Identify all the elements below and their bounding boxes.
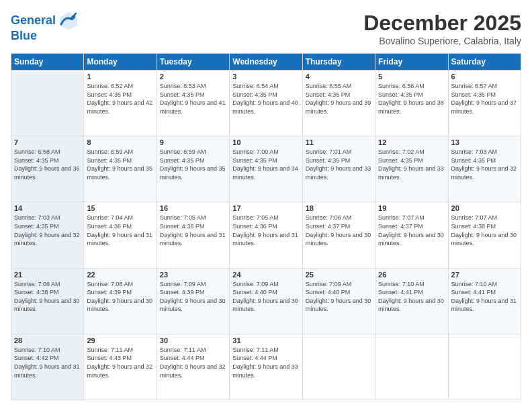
day-info: Sunrise: 6:54 AMSunset: 4:35 PMDaylight:… [232, 82, 299, 116]
location: Bovalino Superiore, Calabria, Italy [363, 36, 521, 46]
day-info: Sunrise: 7:00 AMSunset: 4:35 PMDaylight:… [232, 148, 299, 181]
day-number: 17 [232, 204, 299, 212]
day-info: Sunrise: 7:09 AMSunset: 4:39 PMDaylight:… [160, 280, 226, 314]
title-section: December 2025 Bovalino Superiore, Calabr… [363, 11, 521, 46]
day-number: 28 [14, 336, 81, 345]
day-number: 30 [160, 336, 226, 345]
calendar-cell: 7Sunrise: 6:58 AMSunset: 4:35 PMDaylight… [11, 136, 84, 202]
day-number: 15 [87, 204, 153, 212]
calendar-cell [375, 334, 448, 400]
day-number: 16 [160, 204, 226, 212]
day-number: 7 [14, 138, 81, 146]
day-number: 5 [378, 73, 445, 81]
day-info: Sunrise: 7:10 AMSunset: 4:42 PMDaylight:… [14, 346, 81, 379]
calendar-cell: 15Sunrise: 7:04 AMSunset: 4:36 PMDayligh… [84, 202, 157, 268]
logo-general: General [11, 13, 56, 27]
calendar-cell: 30Sunrise: 7:11 AMSunset: 4:44 PMDayligh… [157, 334, 229, 400]
day-number: 6 [451, 73, 518, 81]
day-info: Sunrise: 7:01 AMSunset: 4:35 PMDaylight:… [306, 148, 372, 181]
col-header-wednesday: Wednesday [230, 54, 302, 71]
calendar-cell: 23Sunrise: 7:09 AMSunset: 4:39 PMDayligh… [157, 268, 229, 334]
day-number: 1 [87, 73, 153, 81]
calendar-cell: 21Sunrise: 7:08 AMSunset: 4:38 PMDayligh… [11, 268, 84, 334]
day-number: 20 [451, 204, 518, 212]
calendar-cell: 27Sunrise: 7:10 AMSunset: 4:41 PMDayligh… [448, 268, 521, 334]
day-number: 11 [306, 138, 372, 146]
col-header-friday: Friday [375, 54, 448, 71]
day-info: Sunrise: 6:55 AMSunset: 4:35 PMDaylight:… [306, 82, 372, 116]
day-info: Sunrise: 7:05 AMSunset: 4:36 PMDaylight:… [160, 214, 226, 247]
day-info: Sunrise: 7:03 AMSunset: 4:35 PMDaylight:… [14, 214, 81, 247]
col-header-saturday: Saturday [448, 54, 521, 71]
day-info: Sunrise: 7:11 AMSunset: 4:44 PMDaylight:… [232, 346, 299, 379]
day-number: 29 [87, 336, 153, 345]
day-number: 2 [160, 73, 226, 81]
day-number: 14 [14, 204, 81, 212]
day-info: Sunrise: 7:08 AMSunset: 4:39 PMDaylight:… [87, 280, 153, 314]
day-info: Sunrise: 6:53 AMSunset: 4:35 PMDaylight:… [160, 82, 226, 116]
calendar-cell: 29Sunrise: 7:11 AMSunset: 4:43 PMDayligh… [84, 334, 157, 400]
day-number: 9 [160, 138, 226, 146]
day-info: Sunrise: 7:04 AMSunset: 4:36 PMDaylight:… [87, 214, 153, 247]
calendar-cell [11, 71, 84, 136]
day-number: 3 [232, 73, 299, 81]
day-number: 4 [306, 73, 372, 81]
calendar-cell: 8Sunrise: 6:59 AMSunset: 4:35 PMDaylight… [84, 136, 157, 202]
calendar-cell: 3Sunrise: 6:54 AMSunset: 4:35 PMDaylight… [230, 71, 302, 136]
day-info: Sunrise: 7:07 AMSunset: 4:38 PMDaylight:… [451, 214, 518, 247]
day-info: Sunrise: 6:58 AMSunset: 4:35 PMDaylight:… [14, 148, 81, 181]
calendar-table: SundayMondayTuesdayWednesdayThursdayFrid… [11, 53, 521, 400]
calendar-cell: 12Sunrise: 7:02 AMSunset: 4:35 PMDayligh… [375, 136, 448, 202]
day-info: Sunrise: 6:56 AMSunset: 4:35 PMDaylight:… [378, 82, 445, 116]
calendar-page: General Blue December 2025 Bovalino Supe… [0, 0, 532, 411]
day-number: 18 [306, 204, 372, 212]
calendar-cell: 16Sunrise: 7:05 AMSunset: 4:36 PMDayligh… [157, 202, 229, 268]
calendar-cell: 9Sunrise: 6:59 AMSunset: 4:35 PMDaylight… [157, 136, 229, 202]
logo-icon [58, 11, 79, 31]
day-number: 25 [306, 271, 372, 279]
week-row-3: 21Sunrise: 7:08 AMSunset: 4:38 PMDayligh… [11, 268, 521, 334]
day-number: 23 [160, 271, 226, 279]
header-row: SundayMondayTuesdayWednesdayThursdayFrid… [11, 54, 521, 71]
calendar-cell: 19Sunrise: 7:07 AMSunset: 4:37 PMDayligh… [375, 202, 448, 268]
day-number: 26 [378, 271, 445, 279]
week-row-2: 14Sunrise: 7:03 AMSunset: 4:35 PMDayligh… [11, 202, 521, 268]
day-info: Sunrise: 7:09 AMSunset: 4:40 PMDaylight:… [306, 280, 372, 314]
month-title: December 2025 [363, 11, 521, 36]
calendar-cell: 25Sunrise: 7:09 AMSunset: 4:40 PMDayligh… [302, 268, 375, 334]
week-row-4: 28Sunrise: 7:10 AMSunset: 4:42 PMDayligh… [11, 334, 521, 400]
day-number: 31 [232, 336, 299, 345]
calendar-cell: 18Sunrise: 7:06 AMSunset: 4:37 PMDayligh… [302, 202, 375, 268]
logo-text: General [11, 13, 56, 28]
calendar-cell: 20Sunrise: 7:07 AMSunset: 4:38 PMDayligh… [448, 202, 521, 268]
day-number: 24 [232, 271, 299, 279]
day-info: Sunrise: 7:09 AMSunset: 4:40 PMDaylight:… [232, 280, 299, 314]
logo: General Blue [11, 11, 79, 42]
col-header-tuesday: Tuesday [157, 54, 229, 71]
calendar-cell: 1Sunrise: 6:52 AMSunset: 4:35 PMDaylight… [84, 71, 157, 136]
day-info: Sunrise: 7:07 AMSunset: 4:37 PMDaylight:… [378, 214, 445, 247]
calendar-cell: 24Sunrise: 7:09 AMSunset: 4:40 PMDayligh… [230, 268, 302, 334]
week-row-0: 1Sunrise: 6:52 AMSunset: 4:35 PMDaylight… [11, 71, 521, 136]
day-info: Sunrise: 7:02 AMSunset: 4:35 PMDaylight:… [378, 148, 445, 181]
day-info: Sunrise: 7:03 AMSunset: 4:35 PMDaylight:… [451, 148, 518, 181]
day-info: Sunrise: 7:05 AMSunset: 4:36 PMDaylight:… [232, 214, 299, 247]
week-row-1: 7Sunrise: 6:58 AMSunset: 4:35 PMDaylight… [11, 136, 521, 202]
calendar-cell: 6Sunrise: 6:57 AMSunset: 4:35 PMDaylight… [448, 71, 521, 136]
calendar-cell: 17Sunrise: 7:05 AMSunset: 4:36 PMDayligh… [230, 202, 302, 268]
col-header-monday: Monday [84, 54, 157, 71]
day-info: Sunrise: 7:06 AMSunset: 4:37 PMDaylight:… [306, 214, 372, 247]
day-info: Sunrise: 6:57 AMSunset: 4:35 PMDaylight:… [451, 82, 518, 116]
day-number: 19 [378, 204, 445, 212]
calendar-cell: 13Sunrise: 7:03 AMSunset: 4:35 PMDayligh… [448, 136, 521, 202]
calendar-cell: 2Sunrise: 6:53 AMSunset: 4:35 PMDaylight… [157, 71, 229, 136]
calendar-cell: 10Sunrise: 7:00 AMSunset: 4:35 PMDayligh… [230, 136, 302, 202]
day-number: 22 [87, 271, 153, 279]
day-info: Sunrise: 7:11 AMSunset: 4:43 PMDaylight:… [87, 346, 153, 379]
day-info: Sunrise: 6:59 AMSunset: 4:35 PMDaylight:… [87, 148, 153, 181]
calendar-cell: 14Sunrise: 7:03 AMSunset: 4:35 PMDayligh… [11, 202, 84, 268]
calendar-cell: 26Sunrise: 7:10 AMSunset: 4:41 PMDayligh… [375, 268, 448, 334]
col-header-sunday: Sunday [11, 54, 84, 71]
day-info: Sunrise: 7:11 AMSunset: 4:44 PMDaylight:… [160, 346, 226, 379]
day-number: 10 [232, 138, 299, 146]
